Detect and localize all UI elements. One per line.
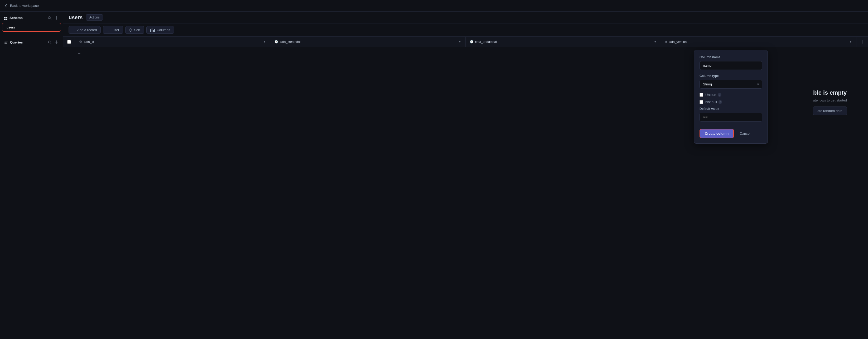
content-area: users Actions Add a record Filter bbox=[63, 11, 868, 339]
col-header-xata-version[interactable]: # xata_version ▼ bbox=[661, 37, 857, 47]
schema-search-button[interactable] bbox=[47, 16, 52, 20]
grid-icon bbox=[4, 15, 7, 20]
checkbox-all[interactable] bbox=[67, 40, 71, 44]
default-value-field-label: Default value bbox=[700, 107, 762, 111]
svg-point-7 bbox=[48, 41, 50, 43]
create-column-popup: Column name Column type String Integer F… bbox=[694, 50, 768, 144]
top-bar: Back to workspace bbox=[0, 0, 868, 11]
queries-search-button[interactable] bbox=[47, 40, 52, 44]
plus-icon bbox=[72, 28, 76, 32]
add-column-icon bbox=[860, 40, 864, 44]
svg-rect-6 bbox=[4, 43, 7, 43]
xata-version-dropdown-icon[interactable]: ▼ bbox=[849, 40, 852, 43]
column-type-field-label: Column type bbox=[700, 74, 762, 78]
popup-actions: Create column Cancel bbox=[700, 129, 762, 138]
add-column-button[interactable] bbox=[857, 37, 868, 47]
empty-title: ble is empty bbox=[813, 89, 847, 96]
add-record-button[interactable]: Add a record bbox=[68, 26, 101, 34]
svg-rect-5 bbox=[4, 42, 7, 42]
schema-section-title: Schema bbox=[4, 15, 23, 20]
sort-icon bbox=[129, 28, 132, 32]
svg-line-8 bbox=[50, 43, 52, 44]
filter-label: Filter bbox=[112, 28, 119, 32]
xata-updatedat-label: xata_updatedat bbox=[475, 40, 497, 44]
back-to-workspace[interactable]: Back to workspace bbox=[4, 4, 39, 8]
columns-button[interactable]: Columns bbox=[146, 26, 174, 34]
col-header-xata-createdat[interactable]: 🕐 xata_createdat ▼ bbox=[270, 37, 466, 47]
queries-section-header: Queries bbox=[0, 36, 63, 47]
xata-version-type-icon: # bbox=[665, 40, 667, 44]
columns-icon bbox=[150, 28, 155, 32]
queries-add-button[interactable] bbox=[54, 40, 59, 44]
select-all-checkbox[interactable] bbox=[63, 37, 75, 47]
table-name: users bbox=[68, 14, 83, 21]
xata-version-label: xata_version bbox=[669, 40, 687, 44]
table-header: ⚙ xata_id ▼ 🕐 xata_createdat ▼ 🕐 xata_up… bbox=[63, 37, 868, 47]
toolbar: Add a record Filter Sort bbox=[63, 24, 868, 37]
xata-createdat-type-icon: 🕐 bbox=[275, 40, 278, 43]
actions-button[interactable]: Actions bbox=[86, 14, 103, 21]
svg-rect-4 bbox=[4, 41, 8, 41]
filter-icon bbox=[107, 29, 110, 31]
col-header-xata-id[interactable]: ⚙ xata_id ▼ bbox=[75, 37, 270, 47]
table-area: ⚙ xata_id ▼ 🕐 xata_createdat ▼ 🕐 xata_up… bbox=[63, 37, 868, 339]
column-name-input[interactable] bbox=[700, 61, 762, 70]
unique-checkbox-label: Unique ? bbox=[705, 93, 721, 97]
create-column-button[interactable]: Create column bbox=[700, 129, 734, 138]
queries-label: Queries bbox=[10, 40, 23, 44]
col-header-xata-updatedat[interactable]: 🕐 xata_updatedat ▼ bbox=[466, 37, 661, 47]
sort-button[interactable]: Sort bbox=[125, 26, 144, 34]
not-null-checkbox-row: Not null ? bbox=[700, 100, 762, 104]
add-record-label: Add a record bbox=[77, 28, 97, 32]
sort-label: Sort bbox=[134, 28, 140, 32]
xata-updatedat-dropdown-icon[interactable]: ▼ bbox=[654, 40, 656, 43]
xata-id-label: xata_id bbox=[84, 40, 94, 44]
schema-section-header: Schema bbox=[0, 11, 63, 23]
not-null-label-text: Not null bbox=[705, 100, 717, 104]
schema-section-actions bbox=[47, 16, 59, 20]
schema-add-button[interactable] bbox=[54, 16, 59, 20]
xata-createdat-dropdown-icon[interactable]: ▼ bbox=[459, 40, 461, 43]
schema-label: Schema bbox=[9, 16, 23, 20]
default-value-input[interactable] bbox=[700, 113, 762, 122]
xata-id-type-icon: ⚙ bbox=[79, 40, 82, 44]
empty-subtitle: ate rows to get started bbox=[813, 98, 847, 102]
unique-help-icon[interactable]: ? bbox=[718, 93, 721, 97]
not-null-checkbox[interactable] bbox=[700, 100, 703, 104]
unique-checkbox-row: Unique ? bbox=[700, 93, 762, 97]
not-null-help-icon[interactable]: ? bbox=[718, 100, 722, 104]
filter-button[interactable]: Filter bbox=[103, 26, 123, 34]
list-icon bbox=[4, 40, 8, 44]
columns-label: Columns bbox=[157, 28, 170, 32]
empty-title-text: ble is empty bbox=[813, 89, 847, 96]
column-type-select[interactable]: String Integer Float Boolean Text Email … bbox=[700, 80, 762, 89]
xata-id-dropdown-icon[interactable]: ▼ bbox=[263, 40, 266, 43]
column-type-select-wrapper: String Integer Float Boolean Text Email … bbox=[700, 80, 762, 89]
queries-section-title: Queries bbox=[4, 40, 23, 44]
empty-state: ble is empty ate rows to get started ate… bbox=[813, 89, 847, 115]
xata-createdat-label: xata_createdat bbox=[280, 40, 301, 44]
content-header: users Actions bbox=[63, 11, 868, 24]
sidebar: Schema users bbox=[0, 11, 63, 339]
arrow-left-icon bbox=[4, 4, 8, 8]
xata-updatedat-type-icon: 🕐 bbox=[470, 40, 473, 43]
svg-line-1 bbox=[50, 19, 52, 20]
not-null-checkbox-label: Not null ? bbox=[705, 100, 722, 104]
cancel-button[interactable]: Cancel bbox=[737, 129, 753, 137]
unique-label-text: Unique bbox=[705, 93, 716, 97]
unique-checkbox[interactable] bbox=[700, 93, 703, 97]
svg-point-0 bbox=[48, 17, 50, 19]
sidebar-divider bbox=[4, 32, 59, 32]
back-label: Back to workspace bbox=[10, 4, 39, 8]
empty-action-button[interactable]: ate random data bbox=[813, 106, 847, 115]
add-row-button[interactable]: + bbox=[75, 49, 83, 58]
empty-subtitle-text: ate rows to get started bbox=[813, 98, 847, 102]
users-label: users bbox=[7, 25, 15, 29]
main-layout: Schema users bbox=[0, 11, 868, 339]
column-name-field-label: Column name bbox=[700, 55, 762, 59]
sidebar-item-users[interactable]: users bbox=[2, 23, 61, 32]
